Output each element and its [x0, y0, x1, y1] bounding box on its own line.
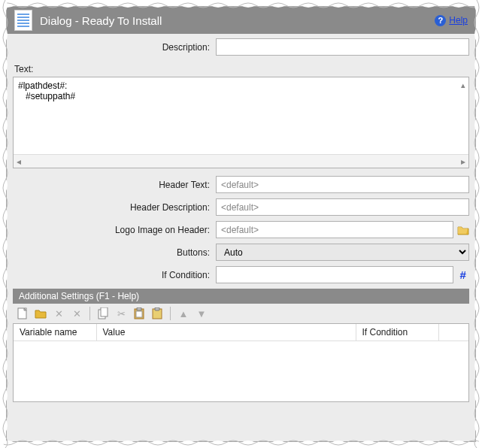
scroll-caret-right-icon: ▸ — [461, 156, 465, 167]
if-condition-input[interactable] — [216, 266, 453, 283]
titlebar: Dialog - Ready To Install ? Help — [7, 7, 475, 34]
dialog-editor-panel: Dialog - Ready To Install ? Help Descrip… — [6, 6, 476, 442]
delete-item-icon[interactable]: ✕ — [52, 307, 65, 320]
additional-settings-toolbar: ✕ ✕ ✂ ▲ ▼ — [13, 304, 469, 323]
svg-rect-4 — [137, 307, 141, 310]
header-description-label: Header Description: — [13, 202, 216, 213]
copy-icon[interactable] — [96, 307, 110, 320]
col-value[interactable]: Value — [96, 324, 356, 341]
svg-rect-5 — [136, 311, 142, 317]
logo-image-label: Logo Image on Header: — [13, 225, 216, 235]
svg-rect-2 — [101, 307, 108, 316]
buttons-select[interactable]: Auto — [216, 244, 469, 261]
col-spare[interactable] — [438, 324, 468, 341]
additional-settings-header: Additional Settings (F1 - Help) — [13, 289, 469, 304]
col-variable-name[interactable]: Variable name — [14, 324, 96, 341]
text-area-wrapper: ▴ ◂ ▸ — [13, 77, 469, 168]
col-if-condition[interactable]: If Condition — [356, 324, 438, 341]
open-item-icon[interactable] — [34, 307, 47, 320]
buttons-label: Buttons: — [13, 247, 216, 258]
paste-icon[interactable] — [132, 307, 146, 320]
scroll-caret-up-icon: ▴ — [461, 80, 465, 90]
browse-logo-button[interactable] — [456, 223, 469, 237]
logo-image-input[interactable] — [216, 221, 453, 238]
header-text-input[interactable] — [216, 176, 469, 193]
new-item-icon[interactable] — [16, 307, 29, 320]
text-textarea[interactable] — [14, 77, 468, 154]
dialog-document-icon — [14, 10, 32, 31]
delete-all-icon[interactable]: ✕ — [70, 307, 83, 320]
header-text-label: Header Text: — [13, 180, 216, 190]
paste-special-icon[interactable] — [150, 307, 164, 320]
description-input[interactable] — [216, 38, 469, 56]
description-label: Description: — [13, 42, 216, 53]
table-header-row: Variable name Value If Condition — [14, 324, 468, 341]
move-down-icon[interactable]: ▼ — [195, 307, 208, 320]
text-label: Text: — [13, 61, 469, 77]
cut-icon[interactable]: ✂ — [114, 307, 128, 320]
help-icon[interactable]: ? — [435, 15, 446, 26]
header-description-input[interactable] — [216, 198, 469, 216]
additional-settings-table[interactable]: Variable name Value If Condition — [13, 323, 469, 402]
move-up-icon[interactable]: ▲ — [177, 307, 190, 320]
help-link[interactable]: Help — [449, 15, 468, 26]
titlebar-title: Dialog - Ready To Install — [40, 14, 162, 27]
scroll-caret-left-icon: ◂ — [17, 156, 21, 167]
text-horizontal-scrollbar[interactable]: ◂ ▸ — [14, 154, 468, 168]
if-condition-label: If Condition: — [13, 270, 216, 280]
svg-rect-7 — [155, 307, 159, 310]
condition-variable-button[interactable]: # — [456, 268, 469, 281]
